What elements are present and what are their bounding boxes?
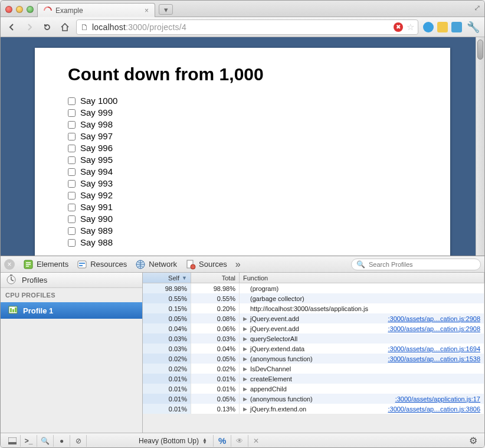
extension-cloud-icon[interactable]: [423, 22, 434, 32]
todo-checkbox[interactable]: [68, 156, 76, 164]
devtools-panel: × Elements Resources Network Sources » 🔍: [1, 256, 484, 448]
disclosure-triangle-icon[interactable]: ▶: [243, 396, 248, 402]
search-profiles-field[interactable]: 🔍: [351, 259, 481, 270]
scrollbar-thumb[interactable]: [477, 40, 483, 60]
profiles-clock-icon: [5, 273, 17, 287]
expand-window-icon[interactable]: ⤢: [474, 3, 481, 12]
focus-toggle-button[interactable]: 👁: [231, 435, 248, 447]
bookmark-star-icon[interactable]: ☆: [407, 22, 414, 32]
window-controls: [5, 6, 37, 17]
cell-total: 0.13%: [191, 404, 240, 414]
table-row[interactable]: 0.01%0.01%▶appendChild: [143, 384, 484, 394]
disclosure-triangle-icon[interactable]: ▶: [243, 326, 248, 332]
table-row[interactable]: 0.04%0.06%▶jQuery.event.add:3000/assets/…: [143, 323, 484, 333]
forward-button[interactable]: [23, 21, 36, 34]
disclosure-triangle-icon[interactable]: ▶: [243, 386, 248, 392]
browser-tab[interactable]: Example ×: [37, 3, 155, 17]
source-link[interactable]: :3000/assets/ap…cation.js:2908: [388, 325, 480, 332]
table-row[interactable]: 0.02%0.05%▶(anonymous function):3000/ass…: [143, 354, 484, 364]
extension-icons: [423, 22, 462, 32]
table-row[interactable]: 0.03%0.04%▶jQuery.extend.data:3000/asset…: [143, 344, 484, 354]
tab-elements[interactable]: Elements: [23, 259, 68, 270]
todo-checkbox[interactable]: [68, 121, 76, 129]
sidebar-item-profile[interactable]: Profile 1: [1, 302, 142, 319]
table-row[interactable]: 0.01%0.01%▶createElement: [143, 374, 484, 384]
todo-checkbox[interactable]: [68, 239, 76, 247]
stop-badge-icon[interactable]: ✖: [394, 22, 403, 32]
search-input[interactable]: [369, 261, 476, 268]
source-link[interactable]: :3000/assets/ap…cation.js:3806: [388, 406, 480, 413]
search-button[interactable]: 🔍: [37, 435, 54, 447]
tab-close-icon[interactable]: ×: [145, 6, 149, 15]
table-row[interactable]: 0.55%0.55%(garbage collector): [143, 293, 484, 303]
disclosure-triangle-icon[interactable]: ▶: [243, 366, 248, 372]
todo-checkbox[interactable]: [68, 133, 76, 140]
tab-sources[interactable]: Sources: [185, 259, 227, 270]
col-function[interactable]: Function: [240, 273, 484, 283]
todo-checkbox[interactable]: [68, 192, 76, 200]
extension-folder-icon[interactable]: [437, 22, 448, 32]
disclosure-triangle-icon[interactable]: ▶: [243, 376, 248, 382]
table-row[interactable]: 98.98%98.98%(program): [143, 283, 484, 293]
source-link[interactable]: :3000/assets/ap…cation.js:2908: [388, 315, 480, 322]
todo-checkbox[interactable]: [68, 168, 76, 176]
tab-label: Elements: [37, 260, 68, 269]
wrench-menu-icon[interactable]: 🔧: [467, 21, 480, 34]
extension-blue-icon[interactable]: [451, 22, 462, 32]
list-item: Say 997: [68, 130, 417, 142]
tabs-overflow-button[interactable]: »: [235, 259, 241, 270]
tab-network[interactable]: Network: [135, 259, 177, 270]
disclosure-triangle-icon[interactable]: ▶: [243, 356, 248, 362]
stepper-icon: ▲▼: [202, 438, 207, 444]
back-button[interactable]: [5, 21, 18, 34]
console-toggle-button[interactable]: >_: [21, 435, 37, 447]
page-scrollbar[interactable]: [476, 37, 484, 256]
svg-rect-2: [79, 263, 85, 264]
table-row[interactable]: 0.05%0.08%▶jQuery.event.add:3000/assets/…: [143, 313, 484, 323]
disclosure-triangle-icon[interactable]: ▶: [243, 346, 248, 352]
devtools-close-button[interactable]: ×: [4, 259, 15, 270]
table-row[interactable]: 0.03%0.03%▶querySelectorAll: [143, 333, 484, 344]
cell-total: 0.04%: [191, 344, 240, 354]
new-tab-button[interactable]: ▾: [159, 4, 173, 15]
table-row[interactable]: 0.02%0.02%▶IsDevChannel: [143, 364, 484, 374]
delete-profile-button[interactable]: ✕: [248, 435, 264, 447]
dock-toggle-button[interactable]: [4, 435, 21, 447]
reload-button[interactable]: [41, 21, 54, 34]
page-content: Count down from 1,000 Say 1000Say 999Say…: [35, 48, 450, 256]
todo-label: Say 990: [80, 213, 113, 225]
tab-resources[interactable]: Resources: [77, 259, 127, 270]
zoom-window-button[interactable]: [27, 6, 34, 13]
view-mode-select[interactable]: Heavy (Bottom Up) ▲▼: [133, 435, 214, 447]
source-link[interactable]: :3000/assets/ap…cation.js:1538: [388, 355, 480, 362]
disclosure-triangle-icon[interactable]: ▶: [243, 316, 248, 322]
source-link[interactable]: :3000/assets/application.js:17: [395, 395, 480, 403]
address-bar[interactable]: 🗋 localhost:3000/projects/4 ✖ ☆: [76, 19, 418, 35]
todo-label: Say 998: [80, 119, 113, 130]
todo-checkbox[interactable]: [68, 97, 76, 105]
col-self[interactable]: Self▼: [143, 273, 191, 283]
col-total[interactable]: Total: [191, 273, 240, 283]
table-row[interactable]: 0.01%0.13%▶jQuery.fn.extend.on:3000/asse…: [143, 404, 484, 414]
cell-function: ▶jQuery.fn.extend.on:3000/assets/ap…cati…: [240, 404, 484, 414]
table-row[interactable]: 0.15%0.20%http://localhost:3000/assets/a…: [143, 303, 484, 313]
percent-toggle-button[interactable]: %: [214, 435, 231, 447]
todo-checkbox[interactable]: [68, 215, 76, 223]
todo-checkbox[interactable]: [68, 109, 76, 117]
todo-checkbox[interactable]: [68, 204, 76, 211]
todo-checkbox[interactable]: [68, 180, 76, 188]
disclosure-triangle-icon[interactable]: ▶: [243, 406, 248, 412]
table-row[interactable]: 0.01%0.05%▶(anonymous function):3000/ass…: [143, 394, 484, 404]
settings-gear-icon[interactable]: ⚙: [466, 435, 481, 446]
todo-checkbox[interactable]: [68, 145, 76, 152]
minimize-window-button[interactable]: [16, 6, 23, 13]
todo-label: Say 995: [80, 154, 113, 166]
todo-checkbox[interactable]: [68, 227, 76, 235]
clear-button[interactable]: ⊘: [70, 435, 87, 447]
source-link[interactable]: :3000/assets/ap…cation.js:1694: [388, 345, 480, 352]
sidebar-item-label: Profile 1: [23, 306, 53, 315]
close-window-button[interactable]: [5, 6, 12, 13]
home-button[interactable]: [58, 21, 71, 34]
disclosure-triangle-icon[interactable]: ▶: [243, 336, 248, 342]
record-button[interactable]: ●: [54, 435, 70, 447]
